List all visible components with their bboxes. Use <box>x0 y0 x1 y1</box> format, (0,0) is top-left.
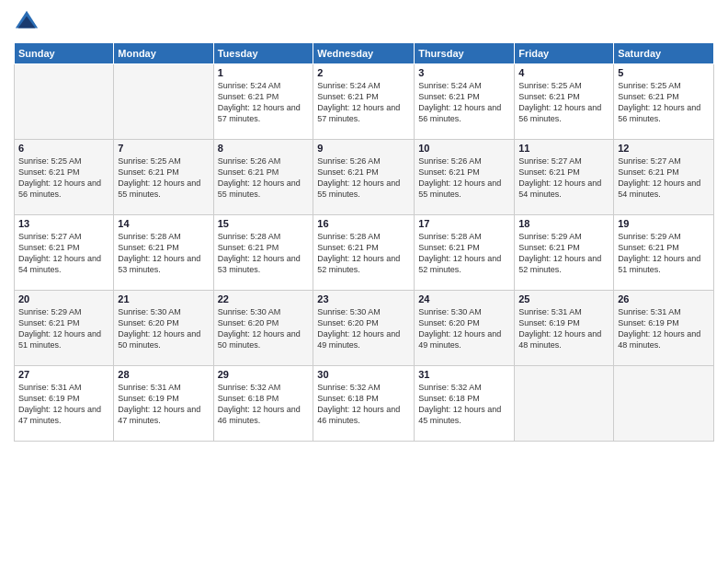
day-number: 14 <box>118 218 209 229</box>
day-info: Sunrise: 5:26 AMSunset: 6:21 PMDaylight:… <box>218 155 310 201</box>
calendar-table: SundayMondayTuesdayWednesdayThursdayFrid… <box>14 42 714 442</box>
calendar-cell: 11Sunrise: 5:27 AMSunset: 6:21 PMDayligh… <box>515 140 614 215</box>
day-number: 2 <box>317 67 410 78</box>
day-number: 7 <box>118 143 209 154</box>
day-number: 5 <box>618 67 710 78</box>
calendar-cell: 23Sunrise: 5:30 AMSunset: 6:20 PMDayligh… <box>313 291 415 366</box>
day-number: 17 <box>418 218 510 229</box>
calendar-week-2: 6Sunrise: 5:25 AMSunset: 6:21 PMDaylight… <box>15 140 714 215</box>
day-number: 23 <box>317 293 410 304</box>
weekday-header-tuesday: Tuesday <box>213 43 313 64</box>
day-info: Sunrise: 5:29 AMSunset: 6:21 PMDaylight:… <box>518 231 609 276</box>
day-info: Sunrise: 5:31 AMSunset: 6:19 PMDaylight:… <box>18 382 109 427</box>
day-number: 26 <box>618 293 710 304</box>
day-info: Sunrise: 5:31 AMSunset: 6:19 PMDaylight:… <box>118 382 209 427</box>
day-number: 29 <box>218 369 310 380</box>
day-number: 15 <box>218 218 310 229</box>
calendar-cell <box>15 64 114 140</box>
day-number: 12 <box>618 143 710 154</box>
calendar-cell: 1Sunrise: 5:24 AMSunset: 6:21 PMDaylight… <box>213 64 313 140</box>
calendar-cell: 9Sunrise: 5:26 AMSunset: 6:21 PMDaylight… <box>313 140 415 215</box>
weekday-header-thursday: Thursday <box>415 43 515 64</box>
calendar-cell: 8Sunrise: 5:26 AMSunset: 6:21 PMDaylight… <box>213 140 313 215</box>
calendar-cell: 29Sunrise: 5:32 AMSunset: 6:18 PMDayligh… <box>213 366 313 442</box>
day-info: Sunrise: 5:24 AMSunset: 6:21 PMDaylight:… <box>418 80 510 125</box>
calendar-cell: 13Sunrise: 5:27 AMSunset: 6:21 PMDayligh… <box>15 215 114 291</box>
calendar-cell: 22Sunrise: 5:30 AMSunset: 6:20 PMDayligh… <box>213 291 313 366</box>
day-info: Sunrise: 5:32 AMSunset: 6:18 PMDaylight:… <box>218 382 310 427</box>
day-info: Sunrise: 5:27 AMSunset: 6:21 PMDaylight:… <box>618 155 710 201</box>
day-info: Sunrise: 5:31 AMSunset: 6:19 PMDaylight:… <box>518 306 609 351</box>
weekday-header-wednesday: Wednesday <box>313 43 415 64</box>
calendar-cell: 26Sunrise: 5:31 AMSunset: 6:19 PMDayligh… <box>614 291 714 366</box>
calendar-week-1: 1Sunrise: 5:24 AMSunset: 6:21 PMDaylight… <box>15 64 714 140</box>
day-number: 22 <box>218 293 310 304</box>
day-number: 18 <box>518 218 609 229</box>
day-info: Sunrise: 5:28 AMSunset: 6:21 PMDaylight:… <box>317 231 410 276</box>
day-number: 9 <box>317 143 410 154</box>
weekday-header-sunday: Sunday <box>15 43 114 64</box>
day-info: Sunrise: 5:28 AMSunset: 6:21 PMDaylight:… <box>118 231 209 276</box>
day-info: Sunrise: 5:27 AMSunset: 6:21 PMDaylight:… <box>18 231 109 276</box>
calendar-cell: 3Sunrise: 5:24 AMSunset: 6:21 PMDaylight… <box>415 64 515 140</box>
calendar-cell: 14Sunrise: 5:28 AMSunset: 6:21 PMDayligh… <box>114 215 213 291</box>
weekday-header-saturday: Saturday <box>614 43 714 64</box>
calendar-cell: 25Sunrise: 5:31 AMSunset: 6:19 PMDayligh… <box>515 291 614 366</box>
day-info: Sunrise: 5:29 AMSunset: 6:21 PMDaylight:… <box>18 306 109 351</box>
calendar-cell: 12Sunrise: 5:27 AMSunset: 6:21 PMDayligh… <box>614 140 714 215</box>
calendar-cell <box>515 366 614 442</box>
calendar-week-4: 20Sunrise: 5:29 AMSunset: 6:21 PMDayligh… <box>15 291 714 366</box>
day-info: Sunrise: 5:26 AMSunset: 6:21 PMDaylight:… <box>317 155 410 201</box>
day-number: 3 <box>418 67 510 78</box>
calendar-cell: 30Sunrise: 5:32 AMSunset: 6:18 PMDayligh… <box>313 366 415 442</box>
day-number: 6 <box>18 143 109 154</box>
calendar-cell: 10Sunrise: 5:26 AMSunset: 6:21 PMDayligh… <box>415 140 515 215</box>
calendar-cell: 16Sunrise: 5:28 AMSunset: 6:21 PMDayligh… <box>313 215 415 291</box>
day-info: Sunrise: 5:25 AMSunset: 6:21 PMDaylight:… <box>618 80 710 125</box>
day-info: Sunrise: 5:30 AMSunset: 6:20 PMDaylight:… <box>118 306 209 351</box>
day-number: 20 <box>18 293 109 304</box>
day-info: Sunrise: 5:30 AMSunset: 6:20 PMDaylight:… <box>317 306 410 351</box>
logo-icon <box>14 9 40 35</box>
day-info: Sunrise: 5:29 AMSunset: 6:21 PMDaylight:… <box>618 231 710 276</box>
calendar-cell <box>614 366 714 442</box>
calendar-cell: 4Sunrise: 5:25 AMSunset: 6:21 PMDaylight… <box>515 64 614 140</box>
calendar-cell: 19Sunrise: 5:29 AMSunset: 6:21 PMDayligh… <box>614 215 714 291</box>
day-info: Sunrise: 5:25 AMSunset: 6:21 PMDaylight:… <box>18 155 109 201</box>
day-number: 25 <box>518 293 609 304</box>
calendar-header: SundayMondayTuesdayWednesdayThursdayFrid… <box>15 43 714 64</box>
weekday-header-friday: Friday <box>515 43 614 64</box>
calendar-cell: 15Sunrise: 5:28 AMSunset: 6:21 PMDayligh… <box>213 215 313 291</box>
day-info: Sunrise: 5:25 AMSunset: 6:21 PMDaylight:… <box>518 80 609 125</box>
day-number: 11 <box>518 143 609 154</box>
day-info: Sunrise: 5:24 AMSunset: 6:21 PMDaylight:… <box>218 80 310 125</box>
calendar-cell: 20Sunrise: 5:29 AMSunset: 6:21 PMDayligh… <box>15 291 114 366</box>
day-number: 31 <box>418 369 510 380</box>
day-number: 19 <box>618 218 710 229</box>
day-info: Sunrise: 5:28 AMSunset: 6:21 PMDaylight:… <box>418 231 510 276</box>
day-info: Sunrise: 5:24 AMSunset: 6:21 PMDaylight:… <box>317 80 410 125</box>
day-info: Sunrise: 5:32 AMSunset: 6:18 PMDaylight:… <box>418 382 510 427</box>
day-info: Sunrise: 5:30 AMSunset: 6:20 PMDaylight:… <box>218 306 310 351</box>
day-number: 13 <box>18 218 109 229</box>
calendar-body: 1Sunrise: 5:24 AMSunset: 6:21 PMDaylight… <box>15 64 714 442</box>
calendar-cell: 5Sunrise: 5:25 AMSunset: 6:21 PMDaylight… <box>614 64 714 140</box>
calendar-cell: 2Sunrise: 5:24 AMSunset: 6:21 PMDaylight… <box>313 64 415 140</box>
calendar-cell: 21Sunrise: 5:30 AMSunset: 6:20 PMDayligh… <box>114 291 213 366</box>
header <box>14 9 714 35</box>
day-info: Sunrise: 5:31 AMSunset: 6:19 PMDaylight:… <box>618 306 710 351</box>
day-info: Sunrise: 5:28 AMSunset: 6:21 PMDaylight:… <box>218 231 310 276</box>
logo <box>14 9 43 35</box>
day-info: Sunrise: 5:26 AMSunset: 6:21 PMDaylight:… <box>418 155 510 201</box>
calendar-cell: 7Sunrise: 5:25 AMSunset: 6:21 PMDaylight… <box>114 140 213 215</box>
day-number: 21 <box>118 293 209 304</box>
day-info: Sunrise: 5:30 AMSunset: 6:20 PMDaylight:… <box>418 306 510 351</box>
calendar-cell: 31Sunrise: 5:32 AMSunset: 6:18 PMDayligh… <box>415 366 515 442</box>
page: SundayMondayTuesdayWednesdayThursdayFrid… <box>0 0 728 563</box>
day-number: 27 <box>18 369 109 380</box>
day-info: Sunrise: 5:25 AMSunset: 6:21 PMDaylight:… <box>118 155 209 201</box>
calendar-week-3: 13Sunrise: 5:27 AMSunset: 6:21 PMDayligh… <box>15 215 714 291</box>
day-number: 8 <box>218 143 310 154</box>
day-info: Sunrise: 5:32 AMSunset: 6:18 PMDaylight:… <box>317 382 410 427</box>
day-info: Sunrise: 5:27 AMSunset: 6:21 PMDaylight:… <box>518 155 609 201</box>
